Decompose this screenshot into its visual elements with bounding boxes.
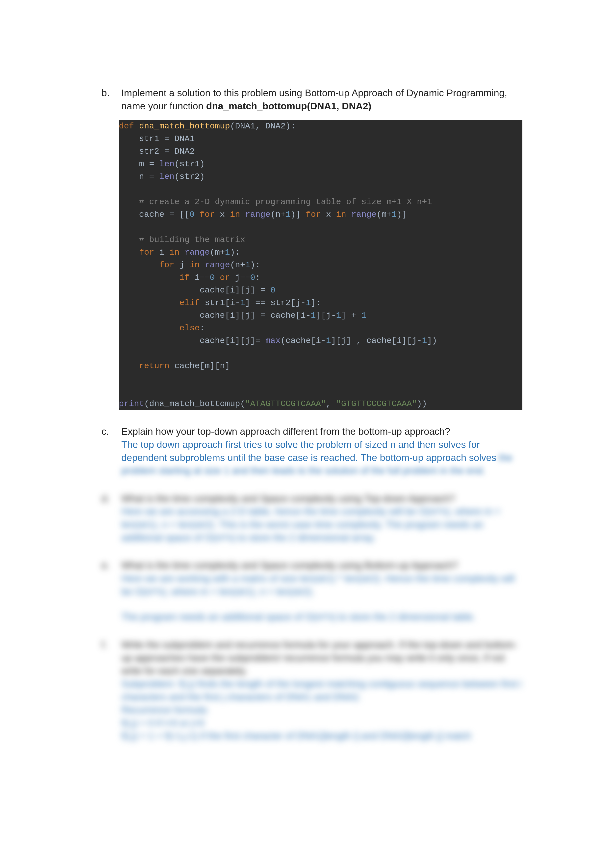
cond-str-end: ]: — [311, 298, 321, 308]
answer-f: Subproblem: f(i,j) finds the length of t… — [121, 677, 522, 742]
code-line-3: str2 = DNA2 — [119, 147, 194, 156]
call-sep: , — [326, 399, 336, 409]
indent-10 — [119, 260, 159, 270]
var-x-2: x — [326, 210, 331, 219]
answer-e-2: The program needs an additional space of… — [121, 611, 522, 623]
question-d: What is the time complexity and Space co… — [121, 492, 522, 505]
code-line-7a: cache = [[ — [119, 210, 190, 219]
num-0-3: 0 — [250, 273, 255, 282]
list-item-f: f. Write the subproblem and recurrence f… — [99, 639, 522, 742]
assign-max-c: ][j] , cache[i][j- — [331, 336, 422, 346]
kw-in-4: in — [190, 260, 205, 270]
code-9e: (m+ — [210, 248, 225, 257]
answer-e-1: Here we are working with a matrix of siz… — [121, 572, 522, 598]
kw-def: def — [119, 121, 134, 131]
var-x-1: x — [220, 210, 225, 219]
num-1-7: 1 — [311, 311, 316, 320]
indent-ret — [119, 361, 139, 370]
comment-1: # create a 2-D dynamic programming table… — [119, 197, 432, 207]
kw-for-4: for — [159, 260, 179, 270]
num-1-4: 1 — [245, 260, 250, 270]
kw-in-2: in — [331, 210, 351, 219]
num-1-3: 1 — [225, 248, 230, 257]
assign-diag-a: cache[i][j] = cache[i- — [119, 311, 311, 320]
code-line-5a: n = — [119, 172, 159, 181]
num-1-6: 1 — [306, 298, 311, 308]
item-body-f: Write the subproblem and recurrence form… — [121, 639, 522, 742]
code-7b: (n+ — [270, 210, 286, 219]
assign-max-b: (cache[i- — [280, 336, 326, 346]
string-1: "ATAGTTCCGTCAAA" — [245, 399, 326, 409]
num-0-2: 0 — [210, 273, 215, 282]
gap-2 — [99, 552, 522, 559]
colon-2: : — [199, 323, 205, 333]
num-0-1: 0 — [190, 210, 194, 219]
var-i: i — [159, 248, 169, 257]
num-1-11: 1 — [422, 336, 427, 346]
code-7d: (m+ — [376, 210, 392, 219]
code-7c: )] — [291, 210, 306, 219]
kw-in-1: in — [225, 210, 246, 219]
kw-or: or — [215, 273, 235, 282]
builtin-len-2: len — [159, 172, 174, 181]
builtin-len-1: len — [159, 160, 174, 169]
item-marker-d: d. — [99, 492, 121, 544]
code-line-4a: m = — [119, 160, 159, 169]
list-item-e: e. What is the time complexity and Space… — [99, 559, 522, 623]
function-name-b: dna_match_bottomup(DNA1, DNA2) — [206, 101, 372, 112]
cond-str2: ] == str2[j- — [245, 298, 306, 308]
code-10c: (n+ — [230, 260, 245, 270]
indent-11 — [119, 273, 179, 282]
document-page: b. Implement a solution to this problem … — [0, 0, 614, 824]
call-end: )) — [417, 399, 427, 409]
gap-3 — [99, 631, 522, 639]
item-body-c: Explain how your top-down approach diffe… — [121, 425, 522, 477]
builtin-print: print — [119, 399, 144, 409]
kw-in-3: in — [169, 248, 185, 257]
colon-1: : — [255, 273, 260, 282]
list-item-c: c. Explain how your top-down approach di… — [99, 425, 522, 477]
kw-return: return — [139, 361, 174, 370]
num-1-1: 1 — [286, 210, 291, 219]
kw-else: else — [179, 323, 200, 333]
builtin-range-4: range — [205, 260, 230, 270]
indent-9 — [119, 248, 139, 257]
call-a: (dna_match_bottomup( — [144, 399, 245, 409]
builtin-range-2: range — [351, 210, 376, 219]
item-marker-b: b. — [99, 87, 121, 113]
item-marker-e: e. — [99, 559, 121, 623]
item-body-e: What is the time complexity and Space co… — [121, 559, 522, 623]
comment-2: # building the matrix — [119, 235, 245, 245]
num-0-4: 0 — [270, 285, 275, 295]
indent-15 — [119, 323, 179, 333]
cond-j: j== — [235, 273, 250, 282]
code-9f: ): — [230, 248, 240, 257]
num-1-2: 1 — [392, 210, 396, 219]
question-e: What is the time complexity and Space co… — [121, 559, 522, 572]
kw-if: if — [179, 273, 194, 282]
kw-elif: elif — [179, 298, 205, 308]
answer-c-visible: The top down approach first tries to sol… — [121, 439, 496, 463]
num-1-5: 1 — [240, 298, 245, 308]
code-7e: )] — [396, 210, 407, 219]
code-10d: ): — [250, 260, 260, 270]
num-1-9: 1 — [361, 311, 366, 320]
question-f: Write the subproblem and recurrence form… — [121, 639, 522, 677]
string-2: "GTGTTCCCGTCAAA" — [336, 399, 417, 409]
ret-val: cache[m][n] — [174, 361, 230, 370]
kw-for-1: for — [194, 210, 220, 219]
var-j: j — [179, 260, 190, 270]
assign-diag-c: ] + — [341, 311, 361, 320]
cond-str1: str1[i- — [205, 298, 240, 308]
num-1-8: 1 — [336, 311, 341, 320]
assign-max-a: cache[i][j]= — [119, 336, 266, 346]
kw-for-3: for — [139, 248, 159, 257]
answer-d: Here we are accessing a 2-D table, hence… — [121, 505, 522, 544]
kw-for-2: for — [306, 210, 326, 219]
num-1-10: 1 — [326, 336, 331, 346]
builtin-range-1: range — [245, 210, 270, 219]
cond-i: i== — [194, 273, 210, 282]
code-line-2: str1 = DNA1 — [119, 134, 194, 144]
fn-params: (DNA1, DNA2): — [230, 121, 295, 131]
assign-0: cache[i][j] = — [119, 285, 270, 295]
